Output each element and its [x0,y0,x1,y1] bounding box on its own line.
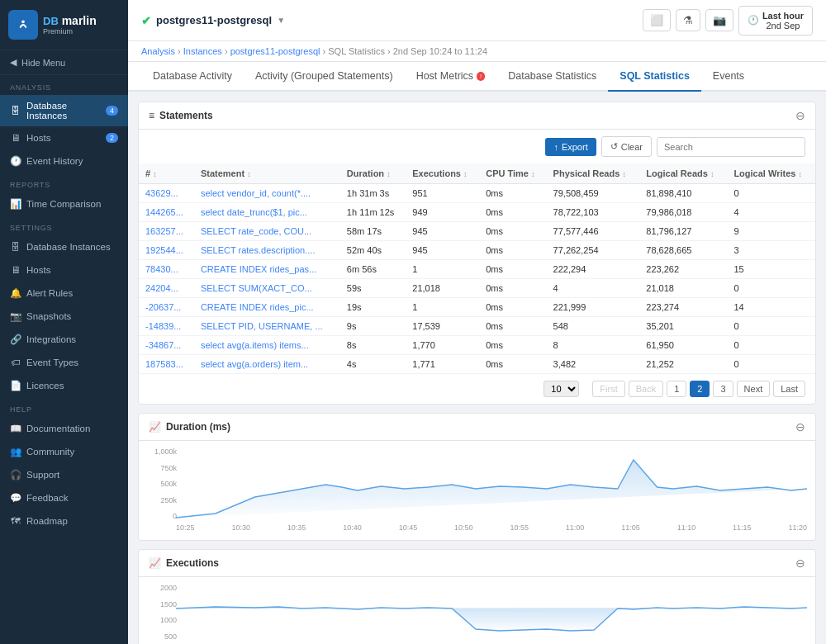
duration-y-axis: 1,000k 750k 500k 250k 0 [145,447,177,520]
table-row: 24204... SELECT SUM(XACT_CO... 59s 21,01… [139,279,815,298]
row-executions: 1 [406,298,479,317]
sidebar-item-alert-rules[interactable]: 🔔 Alert Rules [0,282,128,305]
row-logical-reads: 78,628,665 [639,241,727,260]
col-physical-reads: Physical Reads ↕ [547,163,640,184]
row-cpu-time: 0ms [479,298,546,317]
tab-database-statistics[interactable]: Database Statistics [496,62,608,92]
statements-panel: ≡ Statements ⊖ ↑ Export ↺ Clear [138,102,816,405]
row-logical-reads: 223,262 [639,260,727,279]
row-id[interactable]: -34867... [139,336,194,355]
row-logical-reads: 81,796,127 [639,222,727,241]
first-page-button[interactable]: First [592,381,624,397]
row-id[interactable]: 24204... [139,279,194,298]
clear-button[interactable]: ↺ Clear [601,136,652,157]
row-logical-writes: 0 [727,317,815,336]
row-executions: 1,770 [406,336,479,355]
sidebar-item-time-comparison[interactable]: 📊 Time Comparison [0,192,128,215]
row-cpu-time: 0ms [479,279,546,298]
time-range-button[interactable]: 🕐 Last hour 2nd Sep [738,6,813,36]
row-id[interactable]: 163257... [139,222,194,241]
tab-events[interactable]: Events [701,62,756,92]
row-statement[interactable]: select vendor_id, count(*.... [194,184,340,203]
last-page-button[interactable]: Last [773,381,805,397]
executions-y-axis: 2000 1500 1000 500 0 [145,584,177,644]
row-executions: 951 [406,184,479,203]
row-statement[interactable]: SELECT rate_code, COU... [194,222,340,241]
analysis-section-label: ANALYSIS [0,75,128,95]
filter-button[interactable]: ⚗ [676,9,700,31]
export-button[interactable]: ↑ Export [545,138,596,156]
back-page-button[interactable]: Back [629,381,663,397]
sidebar-item-event-history[interactable]: 🕐 Event History [0,149,128,173]
row-physical-reads: 548 [547,317,640,336]
page-3-button[interactable]: 3 [713,381,733,397]
statements-collapse-button[interactable]: ⊖ [795,109,805,122]
sidebar-item-hosts[interactable]: 🖥 Hosts 2 [0,126,128,149]
row-statement[interactable]: select avg(a.items) items... [194,336,340,355]
sidebar-item-event-types[interactable]: 🏷 Event Types [0,351,128,374]
sidebar-item-support[interactable]: 🎧 Support [0,463,128,486]
row-statement[interactable]: select date_trunc($1, pic... [194,203,340,222]
row-id[interactable]: -14839... [139,317,194,336]
sidebar-item-feedback[interactable]: 💬 Feedback [0,486,128,509]
topbar-actions: ⬜ ⚗ 📷 🕐 Last hour 2nd Sep [643,6,813,36]
row-duration: 1h 31m 3s [340,184,406,203]
row-id[interactable]: -20637... [139,298,194,317]
row-id[interactable]: 144265... [139,203,194,222]
row-id[interactable]: 78430... [139,260,194,279]
sidebar-item-documentation[interactable]: 📖 Documentation [0,417,128,440]
tab-database-activity[interactable]: Database Activity [141,62,244,92]
executions-chart-icon: 📈 [149,557,161,569]
row-id[interactable]: 192544... [139,241,194,260]
breadcrumb-postgres[interactable]: postgres11-postgresql [230,46,320,56]
duration-collapse-button[interactable]: ⊖ [795,420,805,433]
row-statement[interactable]: SELECT rates.description.... [194,241,340,260]
tab-activity-grouped[interactable]: Activity (Grouped Statements) [244,62,405,92]
row-logical-reads: 81,898,410 [639,184,727,203]
row-duration: 6m 56s [340,260,406,279]
breadcrumb-instances[interactable]: Instances [183,46,222,56]
row-statement[interactable]: CREATE INDEX rides_pic... [194,298,340,317]
row-logical-writes: 0 [727,279,815,298]
svg-point-1 [21,21,25,24]
row-physical-reads: 3,482 [547,355,640,374]
row-id[interactable]: 187583... [139,355,194,374]
sidebar-item-settings-db[interactable]: 🗄 Database Instances [0,235,128,258]
row-statement[interactable]: select avg(a.orders) item... [194,355,340,374]
executions-collapse-button[interactable]: ⊖ [795,556,805,570]
page-1-button[interactable]: 1 [667,381,686,397]
row-statement[interactable]: SELECT SUM(XACT_CO... [194,279,340,298]
row-physical-reads: 77,262,254 [547,241,640,260]
sidebar-item-integrations[interactable]: 🔗 Integrations [0,328,128,351]
per-page-selector: 10 25 50 [544,381,579,397]
row-id[interactable]: 43629... [139,184,194,203]
sidebar-item-roadmap[interactable]: 🗺 Roadmap [0,509,128,533]
per-page-select[interactable]: 10 25 50 [544,381,579,397]
row-duration: 19s [340,298,406,317]
sidebar-item-settings-hosts[interactable]: 🖥 Hosts [0,258,128,282]
share-button[interactable]: ⬜ [643,9,671,31]
link-icon: 🔗 [10,334,21,345]
statements-panel-header: ≡ Statements ⊖ [139,102,815,130]
db-selector[interactable]: ✔ postgres11-postgresql ▼ [141,14,285,27]
tab-sql-statistics[interactable]: SQL Statistics [608,62,701,92]
sidebar-item-licences[interactable]: 📄 Licences [0,374,128,397]
sidebar-item-database-instances[interactable]: 🗄 Database Instances 4 [0,95,128,126]
row-statement[interactable]: SELECT PID, USERNAME, ... [194,317,340,336]
search-input[interactable] [657,137,805,157]
hide-menu-button[interactable]: ◀ Hide Menu [0,50,128,75]
license-icon: 📄 [10,380,21,391]
breadcrumb-analysis[interactable]: Analysis [141,46,175,56]
sidebar-item-snapshots[interactable]: 📷 Snapshots [0,305,128,328]
row-duration: 52m 40s [340,241,406,260]
host-metrics-badge: ! [477,72,485,81]
row-statement[interactable]: CREATE INDEX rides_pas... [194,260,340,279]
executions-chart-panel: 📈 Executions ⊖ 2000 1500 1000 500 0 [138,549,816,644]
sidebar-item-community[interactable]: 👥 Community [0,440,128,463]
tab-host-metrics[interactable]: Host Metrics ! [405,62,497,92]
next-page-button[interactable]: Next [737,381,771,397]
table-row: 43629... select vendor_id, count(*.... 1… [139,184,815,203]
col-logical-writes: Logical Writes ↕ [727,163,815,184]
camera-button[interactable]: 📷 [705,9,733,31]
page-2-button[interactable]: 2 [690,381,710,397]
